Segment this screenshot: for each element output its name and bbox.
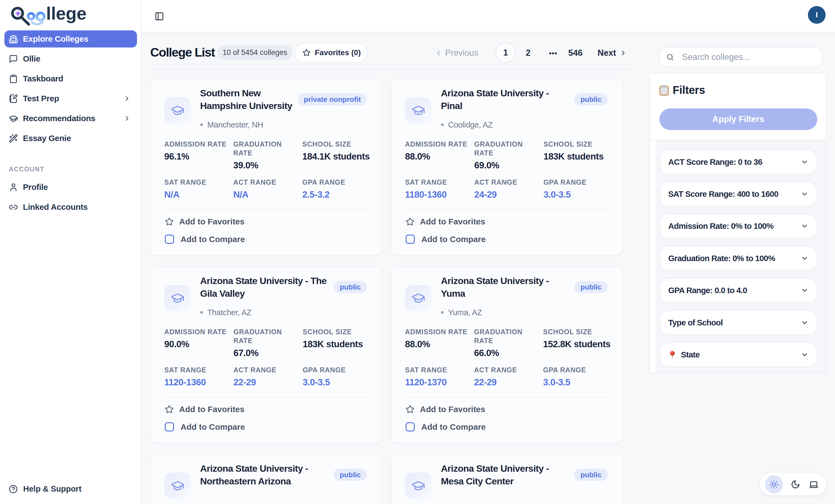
svg-text:llege: llege bbox=[46, 5, 86, 23]
